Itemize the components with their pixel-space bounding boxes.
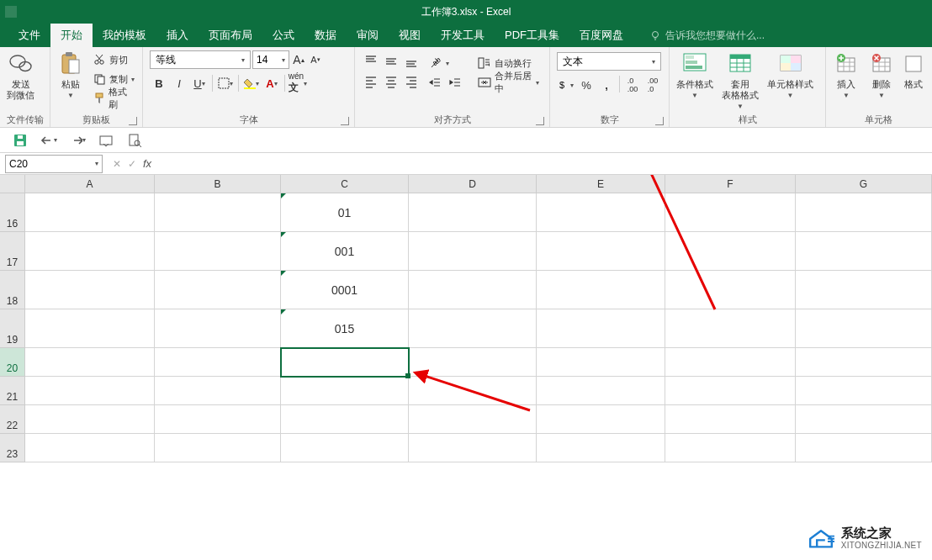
tab-百度网盘[interactable]: 百度网盘 [569,24,633,47]
align-center-button[interactable] [382,72,400,91]
qat-preview-button[interactable] [126,132,143,149]
cell[interactable] [796,271,932,309]
cell[interactable] [155,405,281,434]
delete-cells-button[interactable]: 删除 ▼ [865,49,898,101]
cell[interactable] [155,309,281,348]
insert-cells-button[interactable]: 插入 ▼ [829,49,863,101]
tab-页面布局[interactable]: 页面布局 [199,24,262,47]
cell[interactable] [665,309,796,348]
cell[interactable] [409,434,537,462]
cell[interactable] [25,193,155,232]
font-size-combo[interactable]: 14▾ [252,50,289,69]
paste-button[interactable]: 粘贴 ▼ [54,49,87,101]
cell[interactable] [281,434,409,462]
cell[interactable] [25,434,155,462]
tab-插入[interactable]: 插入 [156,24,199,47]
cell[interactable] [155,434,281,462]
bold-button[interactable]: B [150,74,168,92]
decrease-decimal-button[interactable]: .00.0 [643,76,662,94]
qat-more-button[interactable] [98,132,114,149]
dialog-launcher-icon[interactable] [341,117,349,125]
cell[interactable] [409,271,537,309]
cell[interactable] [665,405,796,434]
insert-function-button[interactable]: fx [143,157,151,170]
decrease-font-button[interactable]: A▾ [308,50,323,69]
cell[interactable] [409,232,537,271]
conditional-formatting-button[interactable]: 条件格式 ▼ [673,49,717,101]
increase-decimal-button[interactable]: .0.00 [623,76,642,94]
align-middle-button[interactable] [382,52,400,71]
tab-我的模板[interactable]: 我的模板 [93,24,156,47]
tell-me-search[interactable]: 告诉我您想要做什么... [633,24,765,47]
column-header-E[interactable]: E [537,175,665,193]
row-header[interactable]: 19 [0,309,25,348]
dialog-launcher-icon[interactable] [655,117,664,125]
tab-文件[interactable]: 文件 [8,24,50,47]
cell[interactable] [155,271,281,309]
cell[interactable] [537,309,665,348]
cell[interactable] [155,232,281,271]
format-cells-button[interactable]: 格式 [900,49,927,92]
cancel-formula-button[interactable]: ✕ [113,158,121,170]
cell[interactable] [796,377,932,405]
cell[interactable] [409,309,537,348]
tab-数据[interactable]: 数据 [304,24,347,47]
name-box[interactable]: C20▾ [5,155,103,173]
row-header[interactable]: 17 [0,232,25,271]
column-header-D[interactable]: D [409,175,537,193]
format-as-table-button[interactable]: 套用表格格式 ▼ [718,49,762,112]
align-right-button[interactable] [402,72,421,91]
cell[interactable] [665,434,796,462]
cell[interactable] [537,193,665,232]
percent-button[interactable]: % [577,76,596,94]
align-bottom-button[interactable] [402,52,421,71]
comma-style-button[interactable]: , [597,76,616,94]
dialog-launcher-icon[interactable] [129,117,137,125]
spreadsheet-grid[interactable]: ABCDEFG 1601170011800011901520212223 [0,175,932,538]
cell[interactable] [25,271,155,309]
cell[interactable] [409,348,537,377]
font-color-button[interactable]: A▾ [262,74,281,92]
cell[interactable] [796,193,932,232]
column-header-G[interactable]: G [796,175,932,193]
cell[interactable] [25,232,155,271]
align-top-button[interactable] [362,52,380,71]
row-header[interactable]: 18 [0,271,25,309]
cell[interactable] [665,193,796,232]
cell[interactable] [155,348,281,377]
column-header-C[interactable]: C [281,175,409,193]
cell[interactable] [25,348,155,377]
cell[interactable] [537,271,665,309]
cell[interactable] [796,309,932,348]
orientation-button[interactable]: ab▾ [426,54,464,72]
underline-button[interactable]: U▾ [190,74,209,92]
cell[interactable] [25,309,155,348]
cell[interactable] [796,232,932,271]
format-painter-button[interactable]: 格式刷 [89,89,139,108]
tab-开始[interactable]: 开始 [50,24,93,47]
cell[interactable] [665,232,796,271]
tab-视图[interactable]: 视图 [389,24,431,47]
cell[interactable]: 001 [281,232,409,271]
italic-button[interactable]: I [170,74,188,92]
cell[interactable] [409,193,537,232]
accounting-format-button[interactable]: $▾ [557,76,575,94]
cell[interactable] [409,377,537,405]
cell-styles-button[interactable]: 单元格样式 ▼ [764,49,817,101]
row-header[interactable]: 23 [0,434,25,462]
redo-button[interactable]: ▾ [69,132,86,149]
undo-button[interactable]: ▾ [40,132,57,149]
cell[interactable] [537,348,665,377]
cell[interactable] [25,405,155,434]
cell[interactable] [537,232,665,271]
cell[interactable]: 0001 [281,271,409,309]
column-header-F[interactable]: F [665,175,796,193]
cut-button[interactable]: 剪切 [89,50,139,69]
cell[interactable] [281,377,409,405]
row-header[interactable]: 22 [0,405,25,434]
phonetic-button[interactable]: wén文▾ [289,74,307,92]
cell[interactable] [537,377,665,405]
cell[interactable] [665,348,796,377]
tab-开发工具[interactable]: 开发工具 [431,24,495,47]
column-header-A[interactable]: A [25,175,155,193]
